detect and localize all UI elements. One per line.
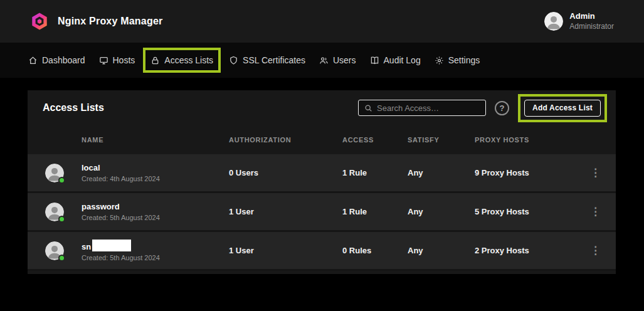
col-name: NAME xyxy=(82,136,229,144)
search-input[interactable] xyxy=(377,103,480,113)
lock-icon xyxy=(150,56,160,65)
status-dot xyxy=(58,177,65,184)
row-menu-button[interactable]: ⋮ xyxy=(575,205,616,218)
monitor-icon xyxy=(99,56,108,65)
nav-ssl-certificates[interactable]: SSL Certificates xyxy=(222,50,312,70)
row-name-cell: sn Created: 5th August 2024 xyxy=(82,240,229,262)
nav-settings[interactable]: Settings xyxy=(428,50,487,70)
user-avatar xyxy=(544,12,563,31)
col-proxy-hosts: PROXY HOSTS xyxy=(475,136,575,144)
satisfy-value: Any xyxy=(408,168,475,177)
topbar: Nginx Proxy Manager Admin Administrator xyxy=(0,0,644,43)
row-menu-button[interactable]: ⋮ xyxy=(575,244,616,257)
nav-settings-label: Settings xyxy=(448,55,480,65)
access-list-name: local xyxy=(82,163,229,173)
row-avatar-cell xyxy=(28,164,82,182)
nav-access-lists[interactable]: Access Lists xyxy=(148,54,216,66)
row-menu-button[interactable]: ⋮ xyxy=(575,166,616,179)
row-name-cell: password Created: 5th August 2024 xyxy=(82,202,229,222)
row-avatar-cell xyxy=(28,241,82,260)
status-dot xyxy=(58,216,65,223)
help-button[interactable]: ? xyxy=(495,101,509,115)
table-row[interactable]: password Created: 5th August 2024 1 User… xyxy=(28,193,616,232)
nav-audit-log[interactable]: Audit Log xyxy=(363,50,428,70)
card-header: Access Lists ? Add Access List xyxy=(28,90,616,125)
satisfy-value: Any xyxy=(408,207,475,216)
col-access: ACCESS xyxy=(342,136,408,144)
access-list-name: password xyxy=(82,202,229,212)
add-access-list-button[interactable]: Add Access List xyxy=(524,100,601,117)
user-meta: Admin Administrator xyxy=(569,11,614,31)
access-lists-card: Access Lists ? Add Access List NAME AUTH… xyxy=(28,90,616,274)
nav-users[interactable]: Users xyxy=(312,50,363,70)
status-dot xyxy=(58,255,65,261)
annotation-highlight-access-lists: Access Lists xyxy=(143,48,221,73)
page-title: Access Lists xyxy=(43,102,104,113)
gear-icon xyxy=(435,56,444,65)
nav-dashboard-label: Dashboard xyxy=(42,55,85,65)
access-list-created: Created: 4th August 2024 xyxy=(82,175,229,182)
authorization-value: 0 Users xyxy=(229,168,342,177)
nav-access-lists-label: Access Lists xyxy=(164,55,213,65)
search-box[interactable] xyxy=(358,100,486,116)
nav-ssl-certificates-label: SSL Certificates xyxy=(243,55,305,65)
user-role: Administrator xyxy=(569,22,614,31)
authorization-value: 1 User xyxy=(229,246,342,255)
shield-icon xyxy=(229,56,238,65)
search-icon xyxy=(364,104,372,112)
main-nav: Dashboard Hosts Access Lists SSL Certifi… xyxy=(0,43,644,78)
access-value: 1 Rule xyxy=(342,207,408,216)
access-list-created: Created: 5th August 2024 xyxy=(82,214,229,221)
nav-hosts[interactable]: Hosts xyxy=(92,50,142,70)
table-row[interactable]: sn Created: 5th August 2024 1 User 0 Rul… xyxy=(28,232,616,271)
app-logo-icon xyxy=(30,12,49,31)
nav-dashboard[interactable]: Dashboard xyxy=(21,50,92,70)
annotation-highlight-add-button: Add Access List xyxy=(518,94,607,122)
proxy-hosts-value: 5 Proxy Hosts xyxy=(475,207,575,216)
table-row[interactable]: local Created: 4th August 2024 0 Users 1… xyxy=(28,154,616,193)
list-avatar xyxy=(45,164,64,182)
content: Access Lists ? Add Access List NAME AUTH… xyxy=(0,78,644,274)
list-avatar xyxy=(45,241,64,260)
satisfy-value: Any xyxy=(408,246,475,255)
proxy-hosts-value: 2 Proxy Hosts xyxy=(475,246,575,255)
card-tools: ? Add Access List xyxy=(358,94,607,122)
redaction-box xyxy=(92,240,131,251)
app-title: Nginx Proxy Manager xyxy=(58,16,162,27)
table-header: NAME AUTHORIZATION ACCESS SATISFY PROXY … xyxy=(28,125,616,154)
proxy-hosts-value: 9 Proxy Hosts xyxy=(475,168,575,177)
col-satisfy: SATISFY xyxy=(408,136,475,144)
book-icon xyxy=(370,56,379,65)
col-authorization: AUTHORIZATION xyxy=(229,136,342,144)
nav-users-label: Users xyxy=(333,55,356,65)
nav-hosts-label: Hosts xyxy=(113,55,135,65)
brand: Nginx Proxy Manager xyxy=(30,12,162,31)
users-icon xyxy=(319,56,329,65)
access-list-name: sn xyxy=(82,240,229,252)
user-name: Admin xyxy=(569,11,614,21)
list-avatar xyxy=(45,203,64,221)
row-name-cell: local Created: 4th August 2024 xyxy=(82,163,229,183)
user-menu[interactable]: Admin Administrator xyxy=(544,11,614,31)
row-avatar-cell xyxy=(28,203,82,221)
nav-audit-log-label: Audit Log xyxy=(384,55,421,65)
authorization-value: 1 User xyxy=(229,207,342,216)
access-list-created: Created: 5th August 2024 xyxy=(82,254,229,261)
access-value: 0 Rules xyxy=(342,246,408,255)
access-value: 1 Rule xyxy=(342,168,408,177)
home-icon xyxy=(28,56,38,65)
